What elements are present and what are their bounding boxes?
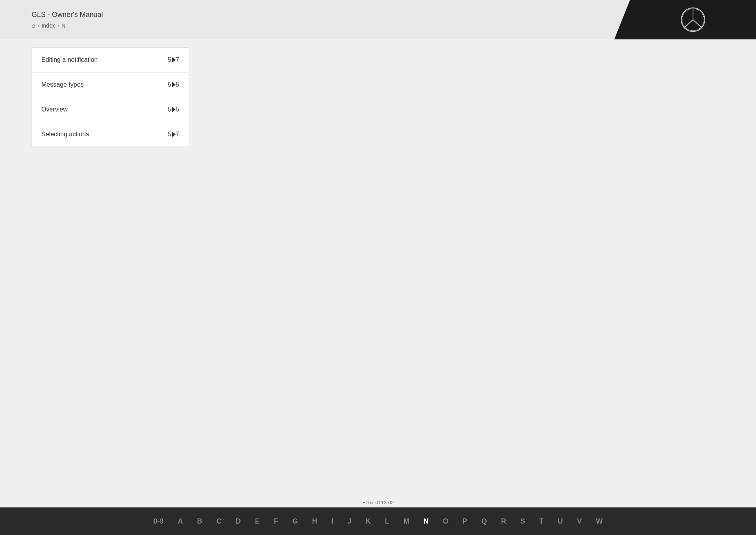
index-label-selecting-actions: Selecting actions	[41, 131, 89, 138]
alphabet-item-09[interactable]: 0-9	[146, 507, 170, 535]
footer-doc-id: F167 0113 02	[362, 500, 394, 505]
alphabet-bar: 0-9ABCDEFGHIJKLMNOPQRSTUVW	[0, 507, 756, 535]
index-row-message-types[interactable]: Message types 55	[32, 72, 189, 97]
index-row-editing-notification[interactable]: Editing a notification 57	[32, 48, 189, 72]
page-arrow-icon	[172, 57, 176, 63]
alphabet-item-e[interactable]: E	[248, 507, 267, 535]
alphabet-item-v[interactable]: V	[570, 507, 589, 535]
index-page-editing-notification: 57	[168, 56, 179, 63]
header-left: GLS - Owner's Manual ⌂ › Index › N	[0, 11, 103, 29]
alphabet-item-s[interactable]: S	[513, 507, 532, 535]
index-label-editing-notification: Editing a notification	[41, 56, 98, 63]
alphabet-item-c[interactable]: C	[209, 507, 228, 535]
alphabet-item-a[interactable]: A	[170, 507, 190, 535]
breadcrumb: ⌂ › Index › N	[32, 22, 103, 29]
page-title: GLS - Owner's Manual	[32, 11, 103, 19]
alphabet-item-p[interactable]: P	[456, 507, 474, 535]
index-page-message-types: 55	[168, 81, 179, 88]
index-page-selecting-actions: 57	[168, 131, 179, 138]
page-arrow-icon	[172, 82, 176, 87]
alphabet-item-l[interactable]: L	[378, 507, 397, 535]
index-label-message-types: Message types	[41, 81, 84, 88]
index-page-overview: 55	[168, 106, 179, 113]
index-row-overview[interactable]: Overview 55	[32, 97, 189, 122]
alphabet-item-o[interactable]: O	[436, 507, 456, 535]
logo-area	[614, 0, 756, 39]
breadcrumb-n: N	[61, 22, 65, 29]
alphabet-item-j[interactable]: J	[340, 507, 358, 535]
index-label-overview: Overview	[41, 106, 68, 113]
page-arrow-icon	[172, 132, 176, 137]
alphabet-item-g[interactable]: G	[285, 507, 305, 535]
alphabet-item-i[interactable]: I	[324, 507, 340, 535]
alphabet-item-d[interactable]: D	[228, 507, 248, 535]
mercedes-benz-logo	[680, 7, 706, 32]
alphabet-item-u[interactable]: U	[551, 507, 570, 535]
main-content: Editing a notification 57 Message types …	[32, 47, 205, 147]
alphabet-item-k[interactable]: K	[359, 507, 378, 535]
alphabet-item-f[interactable]: F	[267, 507, 285, 535]
breadcrumb-index[interactable]: Index	[42, 22, 55, 29]
alphabet-item-n[interactable]: N	[417, 507, 436, 535]
alphabet-item-q[interactable]: Q	[474, 507, 494, 535]
home-icon[interactable]: ⌂	[32, 22, 35, 29]
breadcrumb-separator-1: ›	[38, 23, 39, 28]
breadcrumb-separator-2: ›	[57, 23, 59, 28]
index-row-selecting-actions[interactable]: Selecting actions 57	[32, 122, 189, 147]
alphabet-item-t[interactable]: T	[532, 507, 551, 535]
header: GLS - Owner's Manual ⌂ › Index › N	[0, 0, 756, 39]
svg-line-3	[684, 20, 693, 28]
page-arrow-icon	[172, 107, 176, 112]
alphabet-item-h[interactable]: H	[305, 507, 324, 535]
alphabet-item-r[interactable]: R	[494, 507, 513, 535]
alphabet-item-w[interactable]: W	[589, 507, 610, 535]
alphabet-item-b[interactable]: B	[190, 507, 209, 535]
svg-line-4	[693, 20, 702, 28]
index-table: Editing a notification 57 Message types …	[32, 47, 189, 147]
alphabet-item-m[interactable]: M	[397, 507, 417, 535]
